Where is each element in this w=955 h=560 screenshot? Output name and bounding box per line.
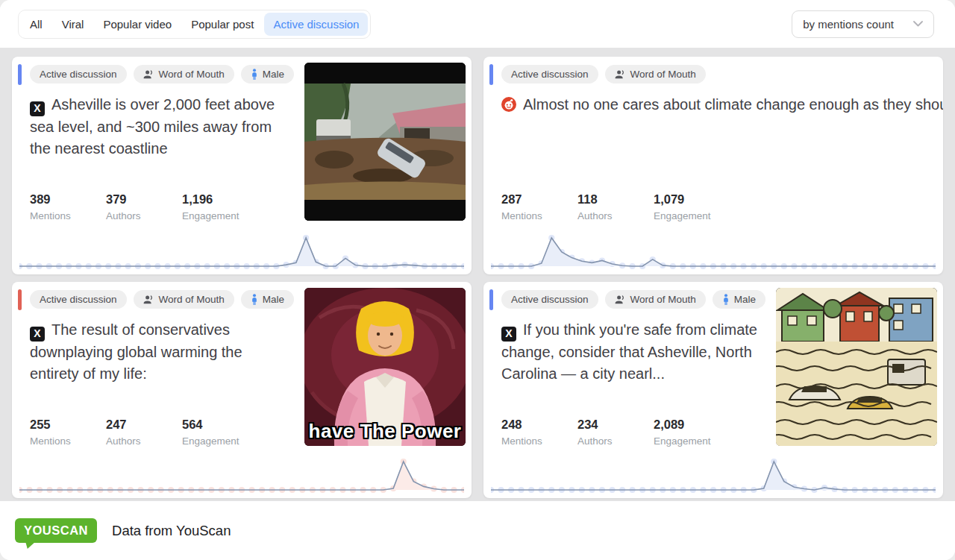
post-image-flood-comic[interactable] <box>776 288 937 446</box>
sort-dropdown[interactable]: by mentions count <box>792 10 934 38</box>
post-card-1[interactable]: Active discussion Word of Mouth Male XAs… <box>12 57 472 274</box>
stat-authors: 234Authors <box>577 418 654 447</box>
post-title[interactable]: XThe result of conservatives downplaying… <box>30 319 292 385</box>
post-card-2[interactable]: Active discussion Word of Mouth Almost n… <box>483 57 943 274</box>
post-title[interactable]: XAsheville is over 2,000 feet above sea … <box>30 94 292 160</box>
badge-word-of-mouth: Word of Mouth <box>134 65 234 84</box>
x-icon: X <box>30 327 45 342</box>
badge-active-discussion: Active discussion <box>501 290 598 309</box>
male-icon <box>251 294 258 305</box>
badge-word-of-mouth: Word of Mouth <box>134 290 234 309</box>
reddit-icon <box>501 97 516 112</box>
post-card-grid: Active discussion Word of Mouth Male XAs… <box>0 48 955 501</box>
chevron-down-icon <box>913 21 923 27</box>
meme-caption: have The Power <box>304 420 466 443</box>
post-title[interactable]: XIf you think you're safe from climate c… <box>501 319 764 385</box>
badge-row: Active discussion Word of Mouth Male <box>30 65 294 84</box>
male-icon <box>722 294 730 305</box>
stat-authors: 379Authors <box>106 192 182 221</box>
stat-mentions: 287Mentions <box>501 192 577 221</box>
mentions-sparkline <box>19 233 464 271</box>
badge-active-discussion: Active discussion <box>30 290 127 309</box>
stat-mentions: 389Mentions <box>30 192 106 221</box>
badge-active-discussion: Active discussion <box>501 65 598 84</box>
post-card-3[interactable]: Active discussion Word of Mouth Male XTh… <box>12 282 472 498</box>
tab-popular-video[interactable]: Popular video <box>94 13 181 36</box>
accent-bar <box>18 64 22 85</box>
badge-word-of-mouth: Word of Mouth <box>605 290 706 309</box>
male-icon <box>251 69 258 80</box>
badge-male: Male <box>241 290 294 309</box>
badge-row: Active discussion Word of Mouth Male <box>30 290 294 309</box>
post-card-4[interactable]: Active discussion Word of Mouth Male XIf… <box>483 282 943 498</box>
x-icon: X <box>501 327 516 342</box>
stats-row: 389Mentions 379Authors 1,196Engagement <box>30 192 258 221</box>
stat-engagement: 2,089Engagement <box>654 418 730 447</box>
stats-row: 255Mentions 247Authors 564Engagement <box>30 418 258 447</box>
tab-all[interactable]: All <box>21 13 51 36</box>
stats-row: 248Mentions 234Authors 2,089Engagement <box>501 418 730 447</box>
stat-engagement: 564Engagement <box>182 418 258 447</box>
mentions-sparkline <box>491 456 936 495</box>
footer-bar: YOUSCAN Data from YouScan <box>0 501 955 560</box>
youscan-logo[interactable]: YOUSCAN <box>15 518 97 543</box>
x-icon: X <box>30 101 45 116</box>
badge-active-discussion: Active discussion <box>30 65 127 84</box>
badge-word-of-mouth: Word of Mouth <box>605 65 706 84</box>
mentions-sparkline <box>491 233 936 271</box>
dashboard-page: All Viral Popular video Popular post Act… <box>0 0 955 560</box>
accent-bar <box>489 289 493 310</box>
voice-icon <box>615 69 626 80</box>
stat-authors: 247Authors <box>106 418 182 447</box>
tab-popular-post[interactable]: Popular post <box>182 13 263 36</box>
tab-viral[interactable]: Viral <box>53 13 93 36</box>
accent-bar <box>18 289 22 310</box>
stat-engagement: 1,196Engagement <box>182 192 258 221</box>
badge-row: Active discussion Word of Mouth <box>501 65 706 84</box>
stat-mentions: 255Mentions <box>30 418 106 447</box>
post-title[interactable]: Almost no one cares about climate change… <box>501 94 943 116</box>
post-image-flood-photo[interactable] <box>304 63 466 221</box>
sort-dropdown-value: by mentions count <box>803 18 894 31</box>
mentions-sparkline <box>19 456 464 495</box>
voice-icon <box>143 69 154 80</box>
post-image-heman-meme[interactable]: have The Power <box>304 288 466 446</box>
tab-active-discussion[interactable]: Active discussion <box>264 13 368 36</box>
stat-authors: 118Authors <box>577 192 654 221</box>
accent-bar <box>489 64 493 85</box>
voice-icon <box>143 294 154 305</box>
stat-mentions: 248Mentions <box>501 418 577 447</box>
badge-male: Male <box>713 290 765 309</box>
footer-attribution: Data from YouScan <box>112 523 231 539</box>
header-bar: All Viral Popular video Popular post Act… <box>0 0 955 48</box>
voice-icon <box>615 294 626 305</box>
badge-male: Male <box>241 65 294 84</box>
stat-engagement: 1,079Engagement <box>654 192 730 221</box>
badge-row: Active discussion Word of Mouth Male <box>501 290 765 309</box>
filter-tabs: All Viral Popular video Popular post Act… <box>18 10 371 39</box>
stats-row: 287Mentions 118Authors 1,079Engagement <box>501 192 730 221</box>
